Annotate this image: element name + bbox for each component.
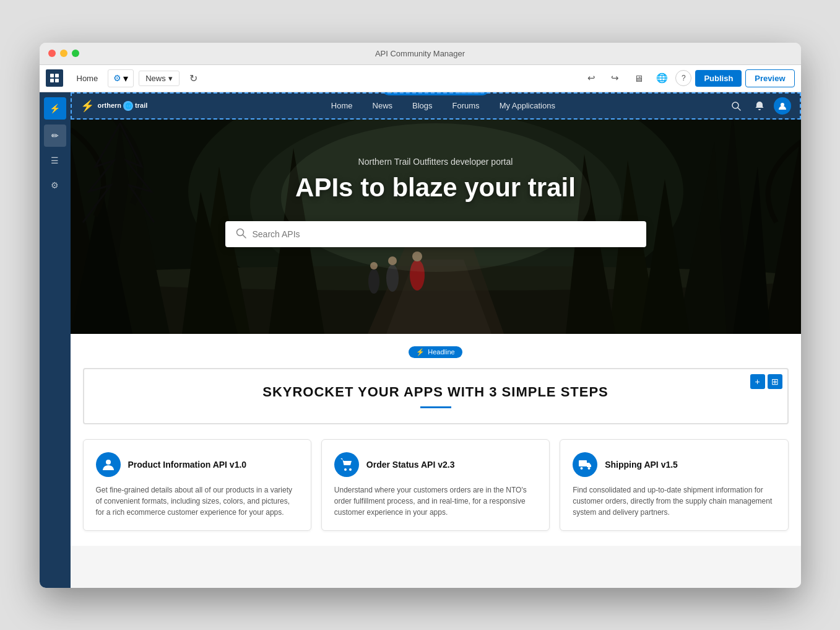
shared-tag: Shared	[455, 92, 482, 94]
svg-rect-3	[55, 79, 59, 82]
window-controls	[48, 50, 79, 57]
api-card-3: Shipping API v1.5 Find consolidated and …	[560, 439, 788, 531]
hero-title: APIs to blaze your trail	[295, 173, 576, 203]
api-card-2-icon	[334, 452, 359, 477]
app-toolbar: Home ⚙ ▾ News ▾ ↻ ↩ ↪ 🖥 🌐 ? Publish Prev…	[40, 65, 801, 92]
svg-rect-1	[55, 74, 59, 77]
api-card-1-title: Product Information API v1.0	[128, 460, 247, 470]
api-card-3-title: Shipping API v1.5	[605, 460, 678, 470]
section-title-area: + ⊞ SKYROCKET YOUR APPS WITH 3 SIMPLE ST…	[83, 368, 789, 424]
settings-arrow: ▾	[123, 72, 128, 84]
hero-subtitle: Northern Trail Outfitters developer port…	[358, 157, 513, 167]
nav-my-applications[interactable]: My Applications	[490, 92, 565, 120]
headline-badge: ⚡ Headline	[409, 346, 462, 358]
api-card-3-icon	[573, 452, 597, 477]
person-icon	[102, 458, 115, 471]
compact-header-badge: ⚡ Compact Header Shared	[383, 92, 488, 95]
headline-badge-label: Headline	[428, 348, 454, 356]
refresh-button[interactable]: ↻	[184, 70, 202, 87]
window-title: API Community Manager	[375, 49, 465, 58]
compact-header-label: Compact Header	[401, 92, 452, 94]
nav-news[interactable]: News	[363, 92, 403, 120]
api-card-3-desc: Find consolidated and up-to-date shipmen…	[573, 484, 775, 518]
logo-text: orthern 🌐 trail	[98, 101, 148, 111]
svg-rect-41	[579, 460, 587, 466]
globe-button[interactable]: 🌐	[652, 68, 672, 88]
grid-section-button[interactable]: ⊞	[768, 374, 782, 389]
hero-search-bar[interactable]	[225, 221, 646, 247]
redo-button[interactable]: ↪	[605, 68, 625, 88]
page-label: News	[145, 74, 166, 83]
site-nav-logo: ⚡ orthern 🌐 trail	[80, 99, 148, 113]
cards-row: Product Information API v1.0 Get fine-gr…	[83, 437, 789, 533]
headline-badge-icon: ⚡	[416, 348, 425, 356]
hero-content: Northern Trail Outfitters developer port…	[71, 120, 801, 278]
compact-header-badge-icon: ⚡	[389, 92, 397, 94]
home-nav-item[interactable]: Home	[72, 71, 103, 85]
search-input[interactable]	[253, 229, 636, 239]
svg-point-42	[581, 467, 583, 470]
minimize-button[interactable]	[60, 50, 67, 57]
site-nav-right	[727, 97, 791, 115]
site-nav: ⚡ Compact Header Shared ⚡ orthern 🌐 trai…	[71, 92, 801, 120]
api-card-2-title: Order Status API v2.3	[366, 460, 455, 470]
svg-point-39	[344, 468, 347, 471]
api-card-1-desc: Get fine-grained details about all of ou…	[96, 484, 298, 518]
nav-bell-icon[interactable]	[750, 97, 769, 115]
left-sidebar: ⚡ ✏ ☰ ⚙	[40, 92, 71, 588]
api-card-3-header: Shipping API v1.5	[573, 452, 775, 477]
add-section-button[interactable]: +	[750, 374, 765, 389]
svg-line-37	[243, 235, 246, 238]
search-icon	[235, 227, 246, 241]
nav-search-icon[interactable]	[727, 97, 745, 115]
svg-point-43	[588, 467, 591, 470]
cart-icon	[340, 458, 353, 471]
headline-badge-area: ⚡ Headline	[83, 346, 789, 358]
nav-blogs[interactable]: Blogs	[402, 92, 443, 120]
site-nav-links: Home News Blogs Forums My Applications	[160, 92, 726, 120]
page-arrow: ▾	[168, 74, 173, 83]
sidebar-item-settings[interactable]: ⚙	[44, 174, 66, 196]
sidebar-item-list[interactable]: ☰	[44, 149, 66, 172]
section-divider	[420, 406, 451, 408]
settings-dropdown[interactable]: ⚙ ▾	[108, 69, 134, 87]
app-logo	[46, 69, 63, 87]
undo-button[interactable]: ↩	[581, 68, 601, 88]
nav-user-icon[interactable]	[774, 97, 791, 115]
hero-section: ⚡ Compact Header Shared ⚡ orthern 🌐 trai…	[71, 92, 801, 334]
help-button[interactable]: ?	[675, 70, 691, 86]
logo-lightning-icon: ⚡	[80, 99, 94, 113]
logo-icon	[50, 73, 59, 83]
svg-rect-0	[50, 74, 54, 77]
page-dropdown[interactable]: News ▾	[139, 71, 180, 86]
svg-point-36	[236, 229, 243, 235]
below-hero: ⚡ Headline + ⊞ SKYROCKET YOUR APPS WITH …	[71, 334, 801, 546]
api-card-1-icon	[96, 452, 121, 477]
svg-rect-2	[50, 79, 54, 82]
api-card-2-desc: Understand where your customers orders a…	[334, 484, 537, 518]
api-card-1-header: Product Information API v1.0	[96, 452, 298, 477]
sidebar-item-edit[interactable]: ✏	[44, 125, 66, 147]
api-card-1: Product Information API v1.0 Get fine-gr…	[83, 439, 311, 531]
gear-icon: ⚙	[113, 73, 121, 83]
section-heading: SKYROCKET YOUR APPS WITH 3 SIMPLE STEPS	[97, 384, 775, 400]
toolbar-right: ↩ ↪ 🖥 🌐 ? Publish Preview	[581, 68, 794, 88]
publish-button[interactable]: Publish	[695, 70, 742, 87]
preview-button[interactable]: Preview	[745, 69, 794, 87]
desktop-button[interactable]: 🖥	[628, 68, 648, 88]
truck-icon	[578, 458, 592, 471]
mac-window: API Community Manager Home ⚙ ▾ News ▾ ↻ …	[40, 43, 801, 588]
svg-point-38	[106, 460, 111, 465]
app-content: ⚡ ✏ ☰ ⚙	[40, 92, 801, 588]
close-button[interactable]	[48, 50, 56, 57]
nav-forums[interactable]: Forums	[443, 92, 490, 120]
page-content: ⚡ Compact Header Shared ⚡ orthern 🌐 trai…	[71, 92, 801, 588]
section-title-controls: + ⊞	[750, 374, 782, 389]
maximize-button[interactable]	[72, 50, 79, 57]
titlebar: API Community Manager	[40, 43, 801, 65]
sidebar-item-lightning[interactable]: ⚡	[44, 97, 66, 120]
api-card-2: Order Status API v2.3 Understand where y…	[321, 439, 550, 531]
svg-line-34	[738, 108, 740, 110]
nav-home[interactable]: Home	[321, 92, 363, 120]
svg-point-40	[349, 468, 352, 471]
